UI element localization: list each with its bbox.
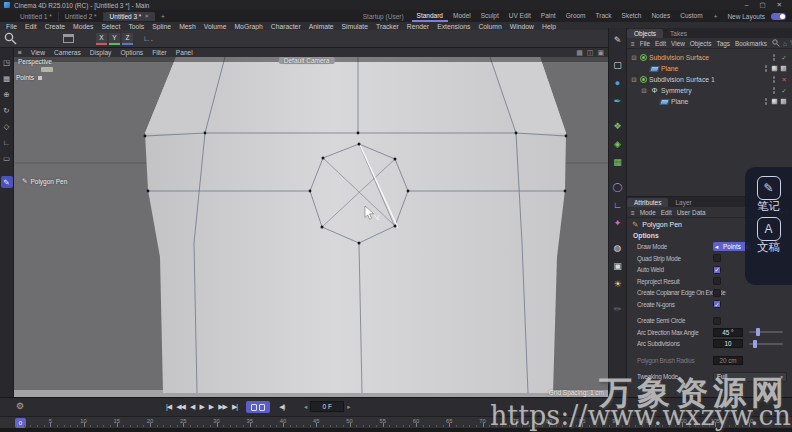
om-home-icon[interactable]: ⌂ xyxy=(783,40,787,47)
current-frame-field[interactable]: 0 F xyxy=(310,401,344,412)
viewport-menu-view[interactable]: View xyxy=(31,49,45,56)
play-button[interactable]: ▶ xyxy=(199,403,203,411)
visibility-dots[interactable] xyxy=(773,76,776,83)
reproject-result-checkbox[interactable] xyxy=(713,277,721,285)
viewport-toggle-icon-2[interactable]: ▣ xyxy=(597,49,604,57)
spline-pen-icon[interactable]: ✒ xyxy=(610,93,625,108)
slider-knob[interactable] xyxy=(756,328,760,336)
am-tab-attributes[interactable]: Attributes xyxy=(627,198,668,207)
move-tool-icon[interactable]: ⊕ xyxy=(1,88,13,100)
menu-file[interactable]: File xyxy=(6,23,17,30)
om-tab-takes[interactable]: Takes xyxy=(663,29,694,38)
matrix-icon[interactable]: ▦ xyxy=(610,154,625,169)
axis-icon[interactable]: ∟ xyxy=(610,197,625,212)
create-n-gons-checkbox[interactable]: ✓ xyxy=(713,300,721,308)
visibility-dots[interactable] xyxy=(773,54,776,61)
sky-icon[interactable]: ◍ xyxy=(610,240,625,255)
menu-character[interactable]: Character xyxy=(271,23,301,30)
create-coplanar-edge-on-extrude-checkbox[interactable] xyxy=(713,289,721,297)
manager-window-icon[interactable] xyxy=(63,34,74,43)
menu-column[interactable]: Column xyxy=(478,23,501,30)
close-button[interactable]: ✕ xyxy=(777,1,782,9)
record-keyframe-cluster[interactable] xyxy=(246,401,270,413)
menu-mesh[interactable]: Mesh xyxy=(179,23,196,30)
om-menu-edit[interactable]: Edit xyxy=(655,40,666,47)
arc-direction-max-angle-field[interactable]: 45 ° xyxy=(713,328,743,337)
document-tab-untitled-1[interactable]: Untitled 1 * xyxy=(14,12,59,21)
menu-mograph[interactable]: MoGraph xyxy=(234,23,262,30)
next-frame-button[interactable]: ▶ xyxy=(209,403,213,411)
object-tags[interactable] xyxy=(771,65,787,72)
menu-animate[interactable]: Animate xyxy=(309,23,334,30)
viewport-menu-display[interactable]: Display xyxy=(90,49,112,56)
arc-direction-max-angle-slider[interactable] xyxy=(749,331,783,333)
tree-row-subdivision-surface[interactable]: ⊟Subdivision Surface✓ xyxy=(627,52,792,63)
layout-tab-paint[interactable]: Paint xyxy=(536,11,561,22)
visibility-dots[interactable] xyxy=(765,65,768,72)
am-menu-edit[interactable]: Edit xyxy=(661,209,672,216)
om-menu-view[interactable]: View xyxy=(671,40,685,47)
viewport-menu-cameras[interactable]: Cameras xyxy=(54,49,81,56)
layout-tab-track[interactable]: Track xyxy=(591,11,617,22)
quad-strip-mode-checkbox[interactable] xyxy=(713,254,721,262)
cloner-icon[interactable]: ❖ xyxy=(610,118,625,133)
visibility-dots[interactable] xyxy=(773,87,776,94)
om-menu-tags[interactable]: Tags xyxy=(716,40,730,47)
am-tab-layer[interactable]: Layer xyxy=(668,198,698,207)
viewport-filter-icon[interactable]: ▦ xyxy=(1,72,13,84)
am-menu-user-data[interactable]: User Data xyxy=(677,209,706,216)
add-layout-tab-button[interactable]: + xyxy=(708,13,724,20)
maximize-button[interactable]: ▢ xyxy=(759,1,765,9)
workplane-mode-icon[interactable]: ∟. xyxy=(143,34,153,43)
tree-row-symmetry[interactable]: ⊟ΦSymmetry✓ xyxy=(627,85,792,96)
enable-state-check-icon[interactable]: ✓ xyxy=(779,54,789,62)
cycle-left-icon[interactable]: ◂ xyxy=(715,243,718,251)
layout-tab-model[interactable]: Model xyxy=(448,11,476,22)
next-key-button[interactable]: ▶▶ xyxy=(218,403,227,411)
tree-row-plane[interactable]: Plane xyxy=(627,63,792,74)
snap-toggle-icon[interactable]: ▭ xyxy=(1,152,13,164)
om-tab-objects[interactable]: Objects xyxy=(627,29,663,38)
expand-caret-icon[interactable]: ⊟ xyxy=(640,87,648,95)
arc-subdivisions-slider[interactable] xyxy=(749,343,783,345)
axis-mode-icon[interactable]: ∟ xyxy=(1,136,13,148)
slider-knob[interactable] xyxy=(753,340,757,348)
om-menu-bookmarks[interactable]: Bookmarks xyxy=(735,40,767,47)
expand-caret-icon[interactable]: ⊟ xyxy=(630,76,638,84)
enable-state-check-icon[interactable]: ✓ xyxy=(779,87,789,95)
viewport-toggle-icon-0[interactable]: ▦ xyxy=(576,49,583,57)
notes-shortcut[interactable]: ✎笔记 xyxy=(757,176,781,212)
pen-tool-icon[interactable]: ✎ xyxy=(610,32,625,47)
annotate-pencil-icon[interactable]: ✏ xyxy=(610,301,625,316)
menu-select[interactable]: Select xyxy=(101,23,120,30)
menu-volume[interactable]: Volume xyxy=(204,23,227,30)
selection-filter-icon[interactable]: ◳ xyxy=(1,56,13,68)
sphere-primitive-icon[interactable]: ● xyxy=(610,75,625,90)
axis-lock-y[interactable]: Y xyxy=(109,33,120,45)
viewport-menu-panel[interactable]: Panel xyxy=(176,49,193,56)
menu-modes[interactable]: Modes xyxy=(73,23,93,30)
om-search-icon[interactable] xyxy=(772,39,780,47)
menu-tracker[interactable]: Tracker xyxy=(376,23,399,30)
menu-extensions[interactable]: Extensions xyxy=(437,23,470,30)
layout-tab-groom[interactable]: Groom xyxy=(561,11,591,22)
fracture-icon[interactable]: ◈ xyxy=(610,136,625,151)
viewport-menu-options[interactable]: Options xyxy=(120,49,143,56)
search-icon[interactable] xyxy=(4,32,17,45)
am-hamburger-icon[interactable]: ≡ xyxy=(631,209,635,216)
om-menu-objects[interactable]: Objects xyxy=(690,40,712,47)
menu-window[interactable]: Window xyxy=(510,23,534,30)
auto-weld-checkbox[interactable]: ✓ xyxy=(713,266,721,274)
enable-state-cross-icon[interactable]: ✕ xyxy=(779,76,789,84)
minimize-button[interactable]: – xyxy=(745,1,749,9)
document-tab-untitled-2[interactable]: Untitled 2 * xyxy=(59,12,104,21)
create-semi-circle-checkbox[interactable] xyxy=(713,317,721,325)
menu-render[interactable]: Render xyxy=(407,23,429,30)
arc-subdivisions-field[interactable]: 10 xyxy=(713,339,743,348)
layout-tab-uv-edit[interactable]: UV Edit xyxy=(504,11,536,22)
menu-edit[interactable]: Edit xyxy=(25,23,37,30)
expand-caret-icon[interactable]: ⊟ xyxy=(630,54,638,62)
menu-simulate[interactable]: Simulate xyxy=(342,23,368,30)
goto-end-button[interactable]: ▶| xyxy=(232,403,237,411)
camera-label[interactable]: Default Camera xyxy=(279,57,335,64)
